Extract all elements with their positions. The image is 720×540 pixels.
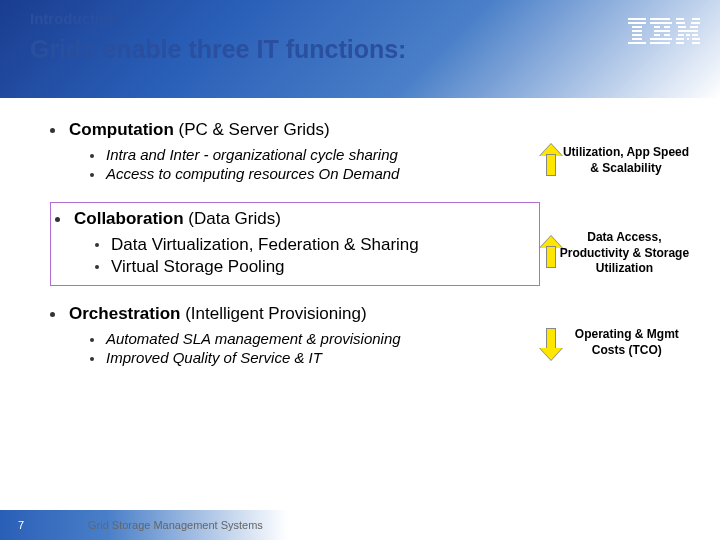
svg-rect-24	[686, 34, 690, 36]
sub-bullet: Data Virtualization, Federation & Sharin…	[95, 235, 535, 255]
sub-bullet: Improved Quality of Service & IT	[90, 349, 540, 366]
svg-rect-11	[654, 30, 670, 32]
heading-bold: Orchestration	[69, 304, 180, 323]
svg-rect-30	[692, 42, 700, 44]
arrow-up-icon	[540, 144, 554, 178]
slide-footer: 7 Grid Storage Management Systems	[0, 510, 720, 540]
svg-rect-29	[676, 42, 684, 44]
bullet-dot	[55, 217, 60, 222]
svg-rect-9	[654, 26, 660, 28]
main-bullet: Collaboration (Data Grids)	[55, 209, 535, 229]
svg-rect-7	[650, 18, 670, 20]
svg-rect-28	[692, 38, 700, 40]
highlight-box: Collaboration (Data Grids) Data Virtuali…	[50, 202, 540, 286]
svg-rect-3	[632, 30, 642, 32]
svg-rect-25	[692, 34, 698, 36]
svg-rect-27	[687, 38, 689, 40]
section-collaboration: Collaboration (Data Grids) Data Virtuali…	[50, 202, 690, 286]
ibm-logo	[628, 18, 700, 50]
svg-rect-6	[628, 42, 646, 44]
svg-rect-26	[676, 38, 684, 40]
section-orchestration: Orchestration (Intelligent Provisioning)…	[50, 304, 690, 368]
bullet-dot	[50, 312, 55, 317]
arrow-up-icon	[540, 236, 551, 270]
heading-rest: (Data Grids)	[184, 209, 281, 228]
slide-number: 7	[18, 519, 38, 531]
svg-rect-1	[628, 22, 646, 24]
heading-rest: (Intelligent Provisioning)	[180, 304, 366, 323]
svg-rect-20	[678, 26, 686, 28]
svg-rect-8	[650, 22, 672, 24]
main-bullet: Computation (PC & Server Grids)	[50, 120, 540, 140]
bullet-dot	[50, 128, 55, 133]
svg-rect-12	[654, 34, 660, 36]
svg-rect-16	[676, 18, 684, 20]
svg-rect-14	[650, 38, 672, 40]
benefit-label: Data Access, Productivity & Storage Util…	[559, 230, 690, 277]
svg-rect-5	[632, 38, 642, 40]
svg-rect-15	[650, 42, 670, 44]
arrow-down-icon	[540, 326, 556, 360]
svg-rect-23	[678, 34, 684, 36]
sub-bullet: Access to computing resources On Demand	[90, 165, 540, 182]
svg-rect-13	[664, 34, 670, 36]
sub-bullet: Virtual Storage Pooling	[95, 257, 535, 277]
svg-rect-22	[678, 30, 698, 32]
svg-rect-19	[691, 22, 700, 24]
heading-bold: Collaboration	[74, 209, 184, 228]
benefit-label: Operating & Mgmt Costs (TCO)	[564, 327, 690, 358]
svg-rect-0	[628, 18, 646, 20]
svg-rect-2	[632, 26, 642, 28]
svg-rect-17	[692, 18, 700, 20]
sub-bullet: Intra and Inter - organizational cycle s…	[90, 146, 540, 163]
slide-header: Introduction Grids enable three IT funct…	[0, 0, 720, 98]
section-computation: Computation (PC & Server Grids) Intra an…	[50, 120, 690, 184]
main-bullet: Orchestration (Intelligent Provisioning)	[50, 304, 540, 324]
sub-bullet: Automated SLA management & provisioning	[90, 330, 540, 347]
benefit-label: Utilization, App Speed & Scalability	[562, 145, 690, 176]
svg-rect-4	[632, 34, 642, 36]
slide-content: Computation (PC & Server Grids) Intra an…	[0, 120, 720, 510]
heading-bold: Computation	[69, 120, 174, 139]
svg-rect-18	[676, 22, 685, 24]
footer-text: Grid Storage Management Systems	[88, 519, 263, 531]
heading-rest: (PC & Server Grids)	[174, 120, 330, 139]
slide-title: Grids enable three IT functions:	[30, 35, 700, 64]
svg-rect-10	[664, 26, 670, 28]
svg-rect-21	[690, 26, 698, 28]
section-label: Introduction	[30, 10, 700, 27]
